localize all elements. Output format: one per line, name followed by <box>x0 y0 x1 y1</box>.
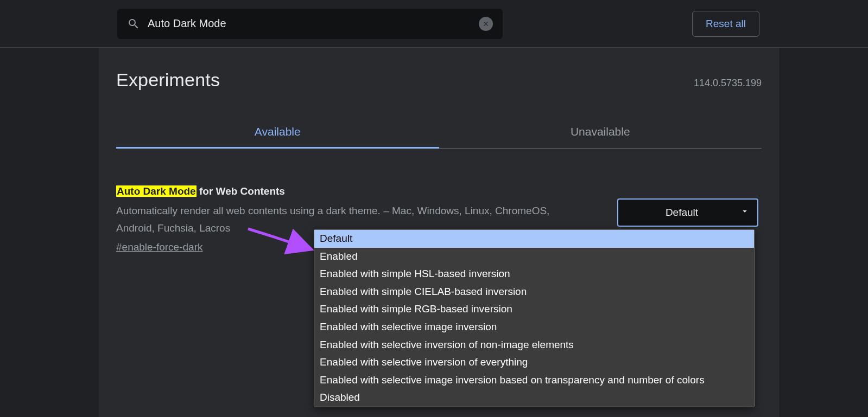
dropdown-option[interactable]: Enabled with selective image inversion b… <box>314 371 754 389</box>
search-icon <box>127 17 140 30</box>
dropdown-option[interactable]: Enabled with simple RGB-based inversion <box>314 300 754 318</box>
dropdown-option[interactable]: Enabled with simple HSL-based inversion <box>314 265 754 283</box>
flag-title-highlight: Auto Dark Mode <box>116 185 197 197</box>
tab-available[interactable]: Available <box>116 117 439 148</box>
dropdown-option[interactable]: Disabled <box>314 389 754 407</box>
search-box[interactable] <box>117 9 503 39</box>
page-title: Experiments <box>116 69 220 91</box>
chevron-down-icon <box>740 207 750 219</box>
flag-select-dropdown[interactable]: DefaultEnabledEnabled with simple HSL-ba… <box>314 229 755 407</box>
dropdown-option[interactable]: Enabled with selective inversion of non-… <box>314 336 754 354</box>
flag-select-value: Default <box>666 207 698 219</box>
header-row: Experiments 114.0.5735.199 <box>116 69 762 91</box>
dropdown-option[interactable]: Default <box>314 230 754 248</box>
tabs: Available Unavailable <box>116 117 762 149</box>
dropdown-option[interactable]: Enabled with selective inversion of ever… <box>314 354 754 371</box>
clear-search-button[interactable] <box>479 17 493 31</box>
reset-all-button[interactable]: Reset all <box>692 11 759 37</box>
dropdown-option[interactable]: Enabled with selective image inversion <box>314 318 754 336</box>
search-input[interactable] <box>148 17 471 30</box>
version-label: 114.0.5735.199 <box>694 78 762 89</box>
flag-title: Auto Dark Mode for Web Contents <box>116 184 550 199</box>
flag-title-rest: for Web Contents <box>197 185 285 197</box>
flag-select-wrap: Default <box>617 198 758 227</box>
flag-select[interactable]: Default <box>617 198 758 227</box>
dropdown-option[interactable]: Enabled <box>314 248 754 266</box>
dropdown-option[interactable]: Enabled with simple CIELAB-based inversi… <box>314 283 754 301</box>
top-bar: Reset all <box>0 0 868 48</box>
tab-unavailable[interactable]: Unavailable <box>439 117 762 148</box>
flag-hash-link[interactable]: #enable-force-dark <box>116 241 202 253</box>
close-icon <box>482 20 490 28</box>
